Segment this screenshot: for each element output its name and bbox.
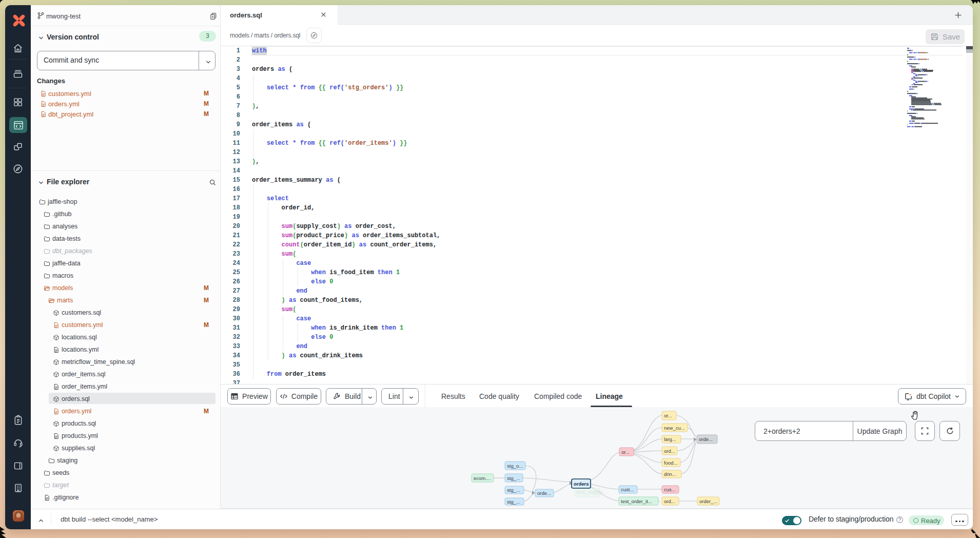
svg-text:new_cu...: new_cu... xyxy=(664,425,685,431)
svg-text:food...: food... xyxy=(664,460,677,466)
svg-text:orde...: orde... xyxy=(699,436,713,442)
svg-text:or...: or... xyxy=(621,449,630,455)
svg-text:ord...: ord... xyxy=(664,448,675,454)
svg-text:orders: orders xyxy=(574,481,589,487)
svg-text:larg...: larg... xyxy=(664,436,676,442)
svg-text:cust...: cust... xyxy=(621,487,634,492)
svg-text:stg_o...: stg_o... xyxy=(507,463,523,469)
svg-text:stg_...: stg_... xyxy=(507,475,520,481)
svg-text:test_order_it...: test_order_it... xyxy=(621,498,652,504)
svg-text:stg_...: stg_... xyxy=(507,499,520,505)
svg-text:ecom....: ecom.... xyxy=(474,475,491,481)
svg-text:order_...: order_... xyxy=(699,498,717,504)
svg-text:ord...: ord... xyxy=(664,498,675,504)
svg-text:drin...: drin... xyxy=(664,471,676,477)
svg-text:test_supply...: test_supply... xyxy=(577,489,606,495)
svg-text:orde...: orde... xyxy=(537,490,551,496)
svg-text:cus...: cus... xyxy=(664,487,676,492)
svg-text:stg_...: stg_... xyxy=(507,487,520,493)
svg-text:or...: or... xyxy=(664,413,672,418)
